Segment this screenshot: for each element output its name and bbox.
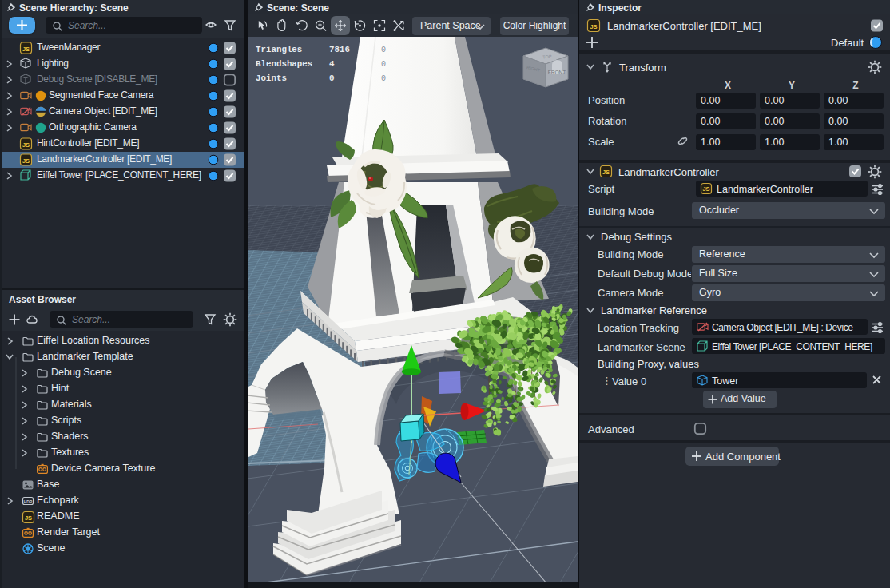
- svg-text:HDR: HDR: [24, 499, 33, 504]
- svg-text:4: 4: [329, 59, 335, 69]
- svg-text:0: 0: [381, 74, 386, 83]
- svg-text:0: 0: [329, 74, 334, 83]
- svg-text:JS: JS: [22, 157, 30, 165]
- svg-text:0: 0: [381, 60, 386, 69]
- svg-text:0: 0: [381, 46, 386, 54]
- svg-text:7816: 7816: [329, 45, 350, 54]
- svg-text:Joints: Joints: [256, 74, 287, 83]
- svg-text:Blendshapes: Blendshapes: [256, 59, 312, 69]
- svg-text:JS: JS: [22, 46, 30, 53]
- svg-text:JS: JS: [602, 169, 610, 176]
- svg-text:JS: JS: [590, 23, 597, 30]
- svg-text:JS: JS: [25, 514, 32, 522]
- svg-text:JS: JS: [22, 141, 30, 149]
- svg-text:FRONT: FRONT: [548, 70, 566, 75]
- svg-text:TOP: TOP: [542, 54, 552, 59]
- svg-text:Triangles: Triangles: [256, 45, 302, 54]
